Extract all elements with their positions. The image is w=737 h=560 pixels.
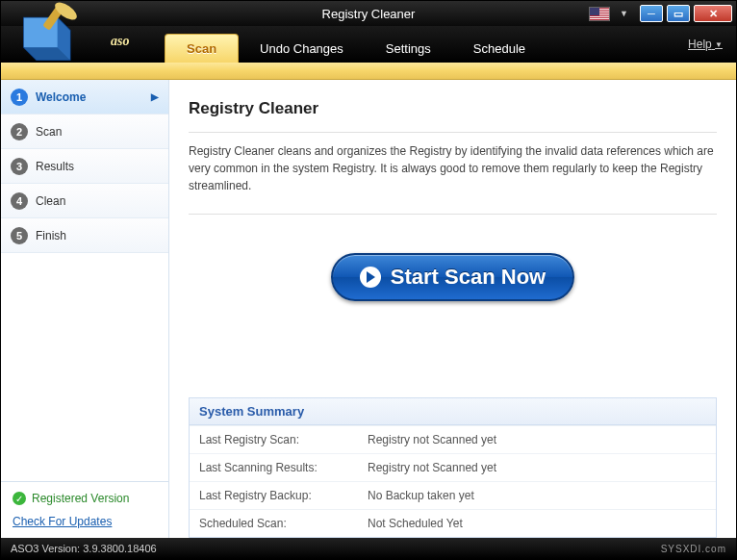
brand-label: aso	[111, 34, 129, 49]
app-logo-icon	[1, 1, 102, 68]
page-heading: Registry Cleaner	[189, 99, 717, 118]
system-summary-title: System Summary	[190, 398, 716, 425]
language-flag-icon[interactable]	[589, 7, 610, 21]
check-for-updates-link[interactable]: Check For Updates	[13, 515, 157, 528]
start-scan-button[interactable]: Start Scan Now	[331, 253, 574, 301]
sidebar-step-finish[interactable]: 5 Finish	[1, 218, 168, 253]
sidebar: 1 Welcome ▶ 2 Scan 3 Results 4 Clean 5	[1, 80, 169, 538]
gold-band	[1, 63, 736, 80]
system-summary-panel: System Summary Last Registry Scan: Regis…	[189, 397, 717, 538]
help-menu[interactable]: Help ▼	[674, 26, 736, 63]
sidebar-step-label: Welcome	[36, 90, 86, 104]
sidebar-step-scan[interactable]: 2 Scan	[1, 115, 168, 149]
divider	[189, 214, 717, 215]
sidebar-footer: ✓ Registered Version Check For Updates	[1, 481, 169, 538]
main-content: Registry Cleaner Registry Cleaner cleans…	[169, 80, 736, 538]
watermark: SYSXDI.com	[661, 544, 726, 554]
sidebar-step-label: Scan	[36, 125, 62, 139]
tab-settings[interactable]: Settings	[365, 34, 452, 63]
registered-version-label: ✓ Registered Version	[13, 492, 157, 505]
summary-row: Last Registry Scan: Registry not Scanned…	[190, 425, 716, 453]
tab-schedule[interactable]: Schedule	[452, 34, 546, 63]
chevron-down-icon: ▼	[715, 40, 723, 49]
body: 1 Welcome ▶ 2 Scan 3 Results 4 Clean 5	[1, 80, 736, 538]
summary-row: Last Registry Backup: No Backup taken ye…	[190, 481, 716, 509]
version-label: ASO3 Version: 3.9.3800.18406	[11, 543, 157, 554]
sidebar-step-label: Clean	[36, 194, 65, 208]
tab-scan[interactable]: Scan	[165, 34, 239, 63]
sidebar-step-welcome[interactable]: 1 Welcome ▶	[1, 80, 168, 115]
divider	[189, 132, 717, 133]
summary-row: Last Scanning Results: Registry not Scan…	[190, 453, 716, 481]
sidebar-step-clean[interactable]: 4 Clean	[1, 184, 168, 218]
sidebar-step-label: Finish	[36, 229, 66, 242]
check-circle-icon: ✓	[13, 492, 26, 505]
play-icon	[360, 267, 381, 288]
summary-row: Scheduled Scan: Not Scheduled Yet	[190, 509, 716, 537]
chevron-right-icon: ▶	[151, 91, 159, 102]
tab-undo-changes[interactable]: Undo Changes	[239, 34, 365, 63]
page-description: Registry Cleaner cleans and organizes th…	[189, 142, 717, 194]
window-title: Registry Cleaner	[1, 7, 736, 21]
app-window: Registry Cleaner ▼ ─ ▭ ✕ Scan Undo Chang…	[0, 0, 737, 560]
status-bar: ASO3 Version: 3.9.3800.18406 SYSXDI.com	[1, 538, 736, 559]
sidebar-step-label: Results	[36, 160, 74, 173]
titlebar: Registry Cleaner ▼ ─ ▭ ✕	[1, 1, 736, 26]
sidebar-step-results[interactable]: 3 Results	[1, 149, 168, 184]
